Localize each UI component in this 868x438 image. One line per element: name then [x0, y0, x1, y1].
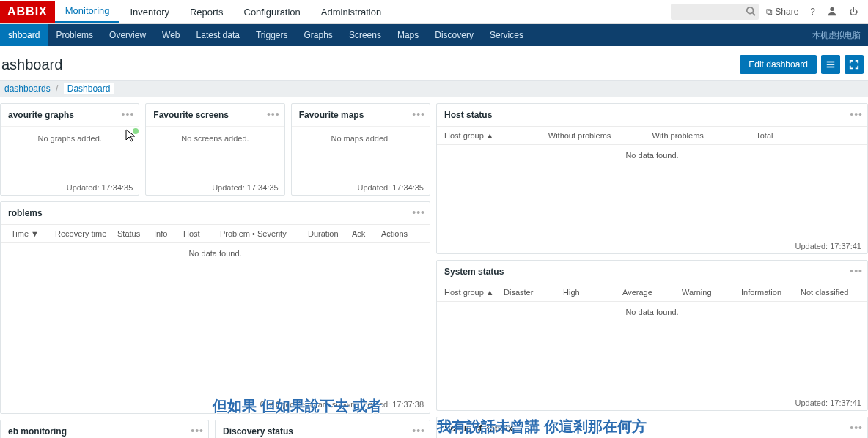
list-button[interactable]: [821, 55, 840, 74]
col[interactable]: With problems: [652, 131, 757, 140]
left-column: ••• avourite graphs No graphs added. Upd…: [0, 103, 430, 438]
favourites-row: ••• avourite graphs No graphs added. Upd…: [0, 103, 430, 196]
widget-title: roblems: [1, 202, 430, 224]
problems-widget: ••• roblems Time ▼Recovery timeStatusInf…: [0, 201, 430, 414]
topnav-configuration[interactable]: Configuration: [234, 0, 311, 23]
col[interactable]: Time ▼: [8, 229, 52, 238]
col[interactable]: Status: [114, 229, 151, 238]
main-content: ••• avourite graphs No graphs added. Upd…: [0, 97, 868, 438]
subnav-web[interactable]: Web: [154, 24, 188, 46]
svg-point-2: [830, 7, 834, 10]
svg-point-0: [747, 7, 754, 14]
widget-footer: Updated: 17:37:41: [437, 396, 867, 410]
topnav-reports[interactable]: Reports: [180, 0, 234, 23]
subnav-services[interactable]: Services: [482, 24, 532, 46]
system-status-widget: ••• System status Host group ▲DisasterHi…: [436, 260, 868, 411]
col[interactable]: Actions: [378, 229, 419, 238]
fullscreen-button[interactable]: [845, 55, 864, 74]
breadcrumb: dashboards / Dashboard: [0, 80, 868, 97]
widget-body: No screens added.: [146, 127, 284, 180]
col[interactable]: High: [563, 288, 622, 297]
widget-title: Discovery status: [216, 420, 430, 438]
col[interactable]: Ack: [349, 229, 378, 238]
col[interactable]: Duration: [305, 229, 349, 238]
widget-menu-icon[interactable]: •••: [412, 425, 425, 437]
col[interactable]: Average: [622, 288, 682, 297]
topnav-administration[interactable]: Administration: [311, 0, 391, 23]
web-monitoring-widget: ••• eb monitoring ost group ▲OkFailedUnk…: [0, 420, 209, 438]
col[interactable]: Host group ▲: [444, 288, 504, 297]
col[interactable]: Not classified: [801, 288, 860, 297]
edit-dashboard-button[interactable]: Edit dashboard: [740, 55, 817, 74]
subnav-triggers[interactable]: Triggers: [248, 24, 296, 46]
subtitle-overlay-2: 我有說話未曾講 你這剎那在何方: [437, 417, 647, 437]
breadcrumb-current[interactable]: Dashboard: [64, 83, 114, 94]
subnav-discovery[interactable]: Discovery: [427, 24, 482, 46]
search-wrap: [671, 4, 759, 20]
favourite-maps-widget: ••• Favourite maps No maps added. Update…: [291, 103, 430, 196]
subtitle-overlay-1: 但如果 但如果說下去 或者: [213, 396, 382, 416]
top-bar: ABBIX MonitoringInventoryReportsConfigur…: [0, 0, 868, 24]
title-tools: Edit dashboard: [740, 55, 864, 74]
share-icon: ⧉: [766, 7, 773, 17]
subnav-shboard[interactable]: shboard: [0, 24, 48, 46]
col[interactable]: Host: [180, 229, 217, 238]
share-button[interactable]: ⧉ Share: [762, 7, 803, 17]
col[interactable]: Warning: [682, 288, 741, 297]
subnav-graphs[interactable]: Graphs: [296, 24, 341, 46]
user-icon[interactable]: [823, 6, 842, 18]
col[interactable]: Problem • Severity: [217, 229, 305, 238]
favourite-screens-widget: ••• Favourite screens No screens added. …: [145, 103, 284, 196]
subnav-problems[interactable]: Problems: [48, 24, 101, 46]
widget-menu-icon[interactable]: •••: [850, 108, 863, 120]
favourite-graphs-widget: ••• avourite graphs No graphs added. Upd…: [0, 103, 139, 196]
no-data-text: No data found.: [437, 145, 867, 166]
sub-nav: shboardProblemsOverviewWebLatest dataTri…: [0, 24, 532, 46]
discovery-status-widget: ••• Discovery status Discovery ruleUpDow…: [215, 420, 430, 438]
subnav-overview[interactable]: Overview: [101, 24, 154, 46]
widget-body: No graphs added.: [1, 127, 139, 180]
bottom-row: ••• eb monitoring ost group ▲OkFailedUnk…: [0, 420, 430, 438]
col[interactable]: Recovery time: [52, 229, 114, 238]
widget-title: eb monitoring: [1, 420, 208, 438]
top-tools: ⧉ Share ? ⏻: [671, 4, 868, 20]
widget-footer: Updated: 17:34:35: [1, 180, 139, 195]
col[interactable]: Disaster: [504, 288, 563, 297]
breadcrumb-all[interactable]: dashboards: [4, 83, 51, 94]
topnav-monitoring[interactable]: Monitoring: [55, 0, 120, 23]
power-icon[interactable]: ⏻: [845, 7, 862, 17]
widget-menu-icon[interactable]: •••: [191, 425, 204, 437]
widget-footer: Updated: 17:34:35: [146, 180, 284, 195]
col[interactable]: Total: [756, 131, 860, 140]
widget-menu-icon[interactable]: •••: [267, 108, 280, 120]
widget-menu-icon[interactable]: •••: [850, 265, 863, 277]
col[interactable]: Info: [151, 229, 180, 238]
logo: ABBIX: [0, 1, 55, 23]
right-column: ••• Host status Host group ▲Without prob…: [430, 103, 868, 438]
widget-menu-icon[interactable]: •••: [412, 207, 425, 218]
page-title: ashboard: [1, 56, 62, 73]
widget-menu-icon[interactable]: •••: [412, 108, 425, 120]
no-data-text: No data found.: [1, 243, 430, 264]
widget-menu-icon[interactable]: •••: [850, 422, 863, 434]
subnav-maps[interactable]: Maps: [389, 24, 427, 46]
subnav-latest-data[interactable]: Latest data: [188, 24, 248, 46]
subnav-screens[interactable]: Screens: [341, 24, 389, 46]
col[interactable]: Host group ▲: [444, 131, 548, 140]
widget-footer: Updated: 17:37:41: [437, 239, 867, 253]
help-icon[interactable]: ?: [806, 7, 820, 17]
sub-right-label: 本机虚拟电脑: [812, 30, 868, 41]
title-bar: ashboard Edit dashboard: [0, 46, 868, 80]
widget-title: Favourite screens: [146, 104, 284, 127]
topnav-inventory[interactable]: Inventory: [119, 0, 179, 23]
search-icon[interactable]: [746, 6, 756, 18]
widget-title: System status: [437, 261, 867, 283]
host-status-widget: ••• Host status Host group ▲Without prob…: [436, 103, 868, 254]
widget-menu-icon[interactable]: •••: [122, 108, 135, 120]
col[interactable]: Without problems: [548, 131, 652, 140]
widget-title: Host status: [437, 104, 867, 126]
col[interactable]: Information: [741, 288, 801, 297]
svg-line-1: [753, 13, 756, 16]
widget-body: No maps added.: [292, 127, 430, 180]
breadcrumb-sep: /: [53, 83, 61, 94]
